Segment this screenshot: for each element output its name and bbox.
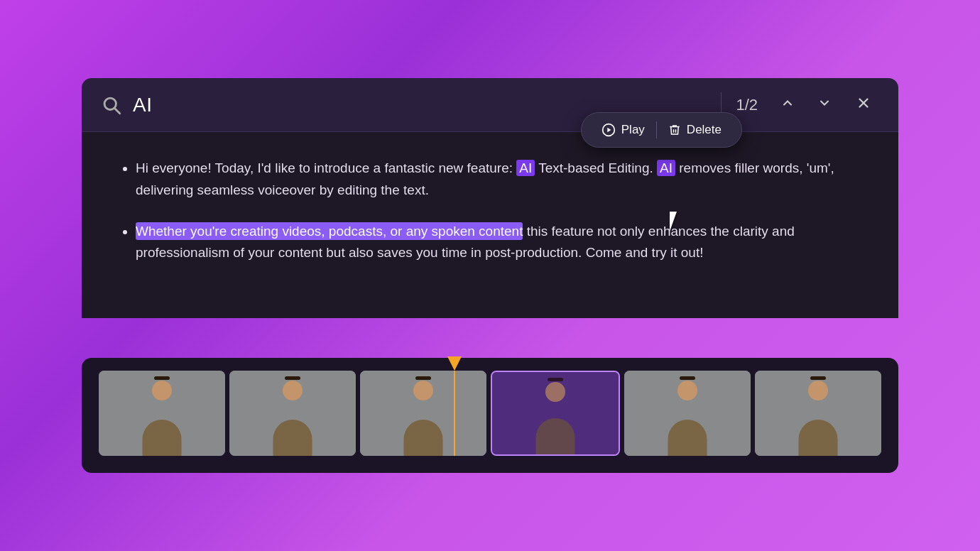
thumbnail-6 — [755, 371, 881, 456]
play-button[interactable]: Play — [596, 120, 650, 140]
svg-marker-5 — [607, 128, 611, 133]
thumbnail-4-inner — [492, 372, 619, 454]
playhead-line — [454, 371, 455, 456]
thumbnail-1-inner — [99, 371, 225, 456]
thumbnail-6-inner — [755, 371, 881, 456]
timeline-container — [82, 358, 898, 473]
gap-spacer — [82, 318, 898, 338]
close-search-button[interactable] — [849, 91, 878, 119]
search-bar: 1/2 — [82, 78, 898, 132]
person-1 — [99, 371, 225, 456]
next-result-button[interactable] — [812, 93, 837, 117]
thumbnail-2-inner — [229, 371, 356, 456]
svg-line-1 — [115, 108, 120, 113]
playhead-arrow — [454, 356, 462, 371]
toolbar-separator — [656, 121, 657, 138]
bullet-1-text-pre: Hi everyone! Today, I'd like to introduc… — [136, 160, 516, 175]
ai-highlight-2: AI — [657, 160, 675, 176]
thumbnail-5 — [624, 371, 751, 456]
ai-highlight-1: AI — [516, 160, 535, 176]
delete-label: Delete — [687, 123, 722, 137]
thumbnail-5-inner — [624, 371, 751, 456]
bullet-1-text-mid: Text-based Editing. — [535, 160, 657, 175]
transcript-item-1: Hi everyone! Today, I'd like to introduc… — [136, 158, 864, 201]
thumbnail-3-inner — [360, 371, 486, 456]
content-area: Play Delete Hi everyone! Today, I'd like… — [82, 132, 898, 318]
play-label: Play — [621, 123, 645, 137]
selected-text-highlight: Whether you're creating videos, podcasts… — [136, 222, 523, 240]
person-3 — [360, 371, 486, 456]
timeline-track — [99, 371, 881, 456]
app-container: 1/2 Play — [82, 78, 898, 473]
floating-toolbar: Play Delete — [581, 112, 742, 148]
transcript-list: Hi everyone! Today, I'd like to introduc… — [116, 158, 864, 264]
delete-button[interactable]: Delete — [663, 120, 727, 140]
person-6 — [755, 371, 881, 456]
person-4 — [492, 372, 619, 454]
search-counter: 1/2 — [736, 96, 758, 114]
search-icon — [102, 95, 121, 115]
thumbnail-3 — [360, 371, 486, 456]
transcript-item-2: Whether you're creating videos, podcasts… — [136, 221, 864, 264]
person-5 — [624, 371, 751, 456]
person-2 — [229, 371, 356, 456]
prev-result-button[interactable] — [775, 93, 800, 117]
thumbnail-1 — [99, 371, 225, 456]
thumbnail-2 — [229, 371, 356, 456]
thumbnail-4-active — [491, 371, 620, 456]
